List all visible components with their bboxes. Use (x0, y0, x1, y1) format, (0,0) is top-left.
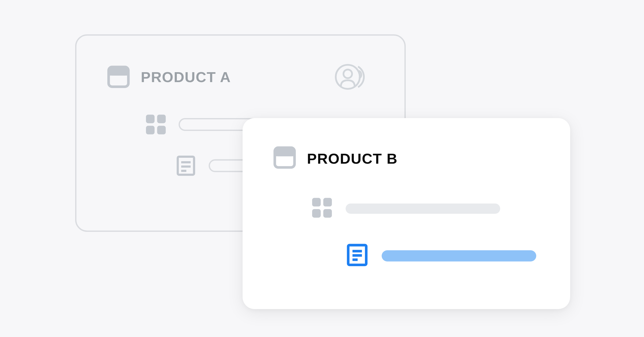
product-a-header: PRODUCT A (107, 61, 374, 92)
window-icon (107, 65, 131, 89)
placeholder-line-highlighted (382, 250, 536, 262)
product-b-title: PRODUCT B (307, 150, 398, 167)
product-b-header: PRODUCT B (273, 145, 540, 171)
svg-rect-7 (146, 126, 155, 134)
grid-icon (145, 114, 167, 135)
svg-rect-8 (157, 126, 166, 134)
svg-rect-19 (323, 209, 332, 218)
product-b-row-2 (273, 243, 540, 268)
product-b-row-1 (273, 197, 540, 220)
svg-rect-6 (157, 115, 166, 123)
svg-point-3 (336, 65, 360, 89)
window-icon (273, 145, 297, 171)
svg-rect-2 (109, 72, 129, 76)
product-a-title: PRODUCT A (141, 68, 231, 85)
product-a-title-group: PRODUCT A (107, 65, 231, 89)
placeholder-line (346, 203, 500, 214)
people-avatars-icon (333, 61, 375, 92)
grid-icon (311, 197, 333, 220)
product-b-card: PRODUCT B (243, 118, 570, 309)
svg-rect-15 (275, 153, 295, 156)
svg-rect-5 (146, 115, 155, 123)
document-icon (175, 155, 197, 177)
svg-rect-18 (312, 209, 321, 218)
document-icon (346, 243, 369, 268)
svg-rect-16 (312, 198, 321, 207)
svg-rect-17 (323, 198, 332, 207)
